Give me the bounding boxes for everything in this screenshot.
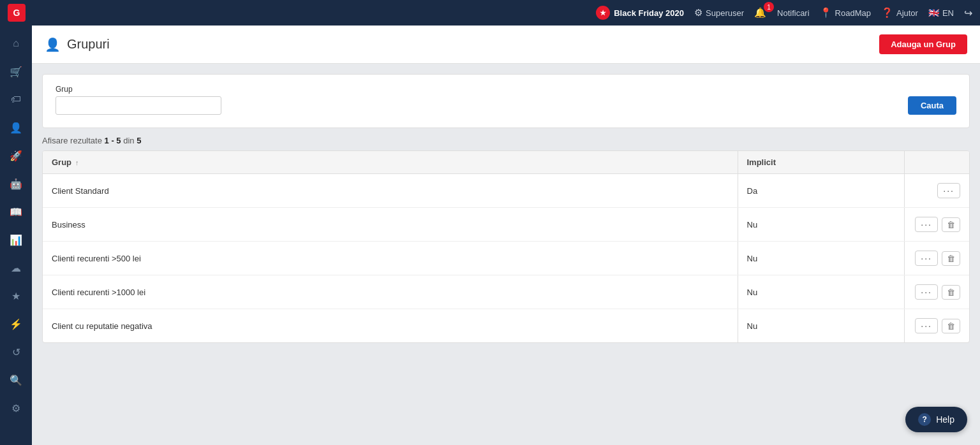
ajutor-icon: ❓ — [881, 7, 893, 18]
sidebar-item-lightning[interactable]: ⚡ — [3, 311, 29, 337]
groups-table: Grup ↑ Implicit Client StandardDa···Busi… — [43, 151, 969, 342]
sidebar-item-rocket[interactable]: 🚀 — [3, 143, 29, 168]
table-row: Client StandardDa··· — [43, 174, 969, 208]
cell-actions: ··· — [904, 174, 969, 208]
sidebar-item-refresh[interactable]: ↺ — [3, 339, 29, 365]
help-label: Help — [936, 414, 954, 425]
more-options-button[interactable]: ··· — [915, 318, 938, 333]
cell-actions: ···🗑 — [904, 242, 969, 275]
sort-icon: ↑ — [75, 159, 79, 166]
delete-button[interactable]: 🗑 — [942, 319, 960, 333]
help-button[interactable]: ? Help — [905, 407, 967, 432]
notif-wrapper: 🔔 1 — [754, 7, 774, 18]
roadmap-label: RoadMap — [835, 8, 871, 18]
superuser-item[interactable]: ⚙ Superuser — [694, 7, 744, 18]
cell-implicit: Nu — [738, 242, 904, 275]
delete-button[interactable]: 🗑 — [942, 251, 960, 266]
cell-actions: ···🗑 — [904, 208, 969, 242]
add-group-button[interactable]: Adauga un Grup — [879, 34, 967, 54]
main-layout: ⌂ 🛒 🏷 👤 🚀 🤖 📖 📊 ☁ ★ ⚡ ↺ 🔍 ⚙ 👤 Grupuri Ad… — [0, 26, 980, 445]
group-search-input[interactable] — [56, 96, 221, 115]
sidebar-item-bot[interactable]: 🤖 — [3, 171, 29, 196]
cell-implicit: Nu — [738, 208, 904, 242]
sidebar-item-search[interactable]: 🔍 — [3, 367, 29, 393]
sidebar-item-star[interactable]: ★ — [3, 283, 29, 309]
sidebar-item-home[interactable]: ⌂ — [3, 31, 29, 56]
logout-item[interactable]: ↪ — [964, 7, 972, 19]
sidebar-item-users[interactable]: 👤 — [3, 115, 29, 140]
superuser-icon: ⚙ — [694, 7, 702, 18]
notif-label: Notificari — [777, 8, 810, 18]
table-row: Clienti recurenti >1000 leiNu···🗑 — [43, 275, 969, 309]
top-navigation: G ★ Black Friday 2020 ⚙ Superuser 🔔 1 No… — [0, 0, 980, 26]
th-grup-label: Grup — [52, 157, 71, 167]
delete-button[interactable]: 🗑 — [942, 285, 960, 300]
sidebar-item-settings[interactable]: ⚙ — [3, 395, 29, 421]
more-options-button[interactable]: ··· — [915, 251, 938, 266]
table-row: BusinessNu···🗑 — [43, 208, 969, 242]
results-text: Afisare rezultate — [42, 136, 105, 145]
results-total: 5 — [137, 136, 141, 145]
roadmap-icon: 📍 — [820, 7, 832, 18]
page-title: 👤 Grupuri — [45, 37, 110, 52]
cell-grup: Clienti recurenti >1000 lei — [43, 275, 738, 309]
cell-grup: Client cu reputatie negativa — [43, 309, 738, 343]
roadmap-item[interactable]: 📍 RoadMap — [820, 7, 871, 18]
filter-card: Grup Cauta — [42, 74, 970, 128]
ajutor-label: Ajutor — [896, 8, 918, 18]
action-buttons: ···🗑 — [914, 284, 960, 300]
main-content: 👤 Grupuri Adauga un Grup Grup Cauta Afis… — [32, 26, 980, 445]
cell-implicit: Nu — [738, 275, 904, 309]
cell-implicit: Da — [738, 174, 904, 208]
groups-table-container: Grup ↑ Implicit Client StandardDa···Busi… — [42, 150, 970, 343]
filter-field: Grup — [56, 85, 221, 115]
cell-grup: Clienti recurenti >500 lei — [43, 242, 738, 275]
help-icon: ? — [918, 413, 931, 426]
cell-actions: ···🗑 — [904, 275, 969, 309]
page-title-text: Grupuri — [67, 37, 110, 52]
more-options-button[interactable]: ··· — [915, 217, 938, 232]
sidebar-item-chart[interactable]: 📊 — [3, 227, 29, 252]
flag-icon: 🇬🇧 — [928, 8, 939, 18]
action-buttons: ···🗑 — [914, 251, 960, 266]
notifications-item[interactable]: 🔔 1 Notificari — [754, 7, 810, 18]
delete-button[interactable]: 🗑 — [942, 217, 960, 232]
table-body: Client StandardDa···BusinessNu···🗑Client… — [43, 174, 969, 343]
cell-grup: Client Standard — [43, 174, 738, 208]
cell-implicit: Nu — [738, 309, 904, 343]
app-logo[interactable]: G — [8, 4, 26, 22]
ajutor-item[interactable]: ❓ Ajutor — [881, 7, 918, 18]
search-button[interactable]: Cauta — [908, 96, 956, 115]
sidebar-item-book[interactable]: 📖 — [3, 199, 29, 224]
page-title-icon: 👤 — [45, 37, 61, 52]
page-header: 👤 Grupuri Adauga un Grup — [32, 26, 980, 64]
filter-label: Grup — [56, 85, 221, 94]
superuser-label: Superuser — [706, 8, 744, 18]
action-buttons: ···🗑 — [914, 217, 960, 232]
results-from: 1 - 5 — [105, 136, 121, 145]
sidebar-item-tag[interactable]: 🏷 — [3, 87, 29, 112]
sidebar: ⌂ 🛒 🏷 👤 🚀 🤖 📖 📊 ☁ ★ ⚡ ↺ 🔍 ⚙ — [0, 26, 32, 445]
more-options-button[interactable]: ··· — [937, 183, 960, 198]
action-buttons: ··· — [914, 183, 960, 198]
bf-star-icon: ★ — [596, 6, 610, 20]
table-row: Clienti recurenti >500 leiNu···🗑 — [43, 242, 969, 275]
more-options-button[interactable]: ··· — [915, 284, 938, 300]
th-actions — [904, 151, 969, 174]
language-item[interactable]: 🇬🇧 EN — [928, 8, 954, 18]
sidebar-item-cart[interactable]: 🛒 — [3, 59, 29, 84]
content-area: Grup Cauta Afisare rezultate 1 - 5 din 5… — [32, 64, 980, 445]
th-grup[interactable]: Grup ↑ — [43, 151, 738, 174]
language-label: EN — [942, 8, 954, 18]
black-friday-label: Black Friday 2020 — [614, 8, 684, 18]
results-info: Afisare rezultate 1 - 5 din 5 — [42, 136, 970, 145]
action-buttons: ···🗑 — [914, 318, 960, 333]
black-friday-badge[interactable]: ★ Black Friday 2020 — [596, 6, 684, 20]
cell-grup: Business — [43, 208, 738, 242]
notif-count: 1 — [764, 2, 774, 12]
sidebar-item-cloud[interactable]: ☁ — [3, 255, 29, 281]
cell-actions: ···🗑 — [904, 309, 969, 343]
table-header-row: Grup ↑ Implicit — [43, 151, 969, 174]
topnav-left: G — [8, 4, 26, 22]
topnav-right: ★ Black Friday 2020 ⚙ Superuser 🔔 1 Noti… — [596, 6, 972, 20]
